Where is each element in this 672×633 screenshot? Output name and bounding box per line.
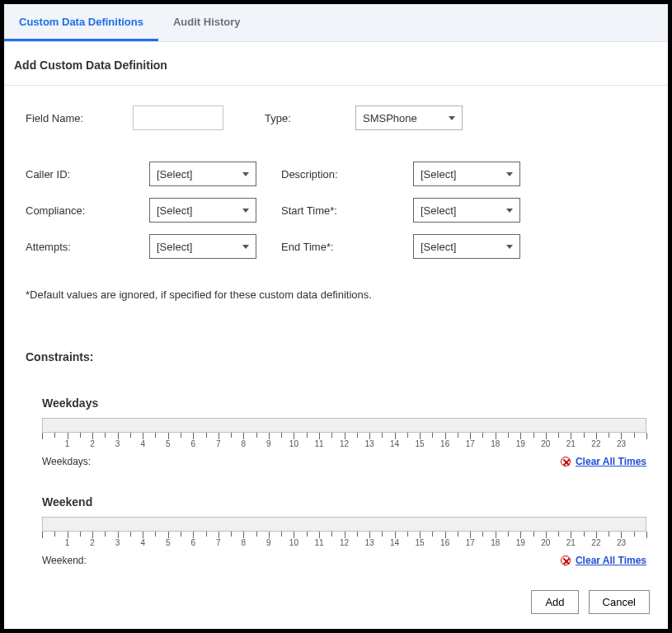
tick-label: 21 [566,538,576,547]
tick-label: 1 [65,538,70,547]
label-attempts: Attempts: [26,241,149,253]
label-caller-id: Caller ID: [26,168,149,181]
label-field-name: Field Name: [26,112,133,124]
section-title: Add Custom Data Definition [4,42,668,86]
cancel-button[interactable]: Cancel [589,590,650,614]
tab-audit-history[interactable]: Audit History [158,4,256,41]
tick-label: 15 [416,538,425,547]
tick-label: 9 [266,538,271,547]
input-field-name[interactable] [133,106,223,130]
chevron-down-icon [242,209,249,213]
select-compliance-value: [Select] [157,204,192,217]
tick-label: 12 [340,538,349,547]
tick-label: 20 [541,538,550,547]
tick-label: 23 [617,538,626,547]
chevron-down-icon [506,245,513,249]
note-default-values: *Default values are ignored, if specifie… [4,270,668,301]
tick-label: 13 [364,538,374,547]
tick-label: 2 [90,538,95,547]
tick-label: 10 [289,439,298,448]
clear-all-times-weekdays[interactable]: Clear All Times [576,456,646,467]
tick-label: 2 [90,439,95,448]
chevron-down-icon [506,172,513,176]
chevron-down-icon [506,209,513,213]
select-attempts-value: [Select] [157,241,192,253]
tick-label: 14 [390,538,399,547]
select-end-time[interactable]: [Select] [413,234,520,259]
tick-label: 4 [140,439,145,448]
constraint-weekend-footer-label: Weekend: [42,555,87,566]
select-start-time-value: [Select] [421,204,456,217]
tick-label: 15 [416,439,425,448]
select-caller-id[interactable]: [Select] [149,162,256,186]
tick-label: 6 [190,538,195,547]
clear-icon [561,556,571,565]
label-type: Type: [265,112,355,124]
select-description-value: [Select] [421,168,456,181]
tick-label: 16 [440,538,449,547]
tick-label: 5 [166,439,171,448]
add-button[interactable]: Add [531,590,578,614]
select-description[interactable]: [Select] [413,162,520,186]
tab-custom-data-definitions[interactable]: Custom Data Definitions [4,4,158,41]
select-type-value: SMSPhone [363,112,417,124]
tick-label: 19 [516,538,525,547]
tick-label: 17 [466,439,475,448]
label-compliance: Compliance: [26,204,149,217]
tick-label: 3 [115,439,120,448]
constraint-weekdays: Weekdays 1234567891011121314151617181920… [4,368,668,467]
chevron-down-icon [449,116,455,120]
tick-label: 6 [190,439,195,448]
tick-label: 16 [440,439,449,448]
select-type[interactable]: SMSPhone [355,106,463,130]
tab-bar: Custom Data Definitions Audit History [4,4,668,42]
constraint-weekdays-footer-label: Weekdays: [42,456,91,467]
constraint-weekend-heading: Weekend [42,495,646,509]
tick-label: 17 [466,538,475,547]
tick-label: 22 [591,538,600,547]
tick-label: 21 [566,439,576,448]
timeline-weekend[interactable] [42,517,646,532]
select-compliance[interactable]: [Select] [149,198,256,223]
tick-label: 14 [390,439,399,448]
tick-label: 20 [541,439,550,448]
tick-label: 11 [314,439,323,448]
tick-label: 3 [115,538,120,547]
label-description: Description: [281,168,372,181]
timeline-weekdays[interactable] [42,418,646,433]
select-start-time[interactable]: [Select] [413,198,520,223]
timeline-weekend-ticks: 1234567891011121314151617181920212223 [42,532,646,550]
tick-label: 19 [516,439,525,448]
label-end-time: End Time*: [281,241,372,253]
timeline-weekdays-ticks: 1234567891011121314151617181920212223 [42,433,646,451]
clear-all-times-weekend[interactable]: Clear All Times [576,555,646,566]
tick-label: 18 [491,538,500,547]
chevron-down-icon [242,172,249,176]
tick-label: 5 [166,538,171,547]
label-start-time: Start Time*: [281,204,372,217]
tick-label: 23 [617,439,626,448]
tick-label: 1 [65,439,70,448]
constraint-weekdays-heading: Weekdays [42,396,646,410]
tick-label: 7 [216,439,221,448]
constraint-weekend: Weekend 12345678910111213141516171819202… [4,467,668,566]
select-attempts[interactable]: [Select] [149,234,256,259]
tick-label: 13 [364,439,374,448]
clear-icon [561,457,571,467]
tick-label: 10 [289,538,298,547]
select-caller-id-value: [Select] [157,168,192,181]
tick-label: 9 [266,439,271,448]
select-end-time-value: [Select] [421,241,456,253]
form-area: Field Name: Type: SMSPhone Caller ID: [S… [4,86,668,259]
tick-label: 8 [242,538,247,547]
tick-label: 8 [242,439,247,448]
tick-label: 4 [140,538,145,547]
tick-label: 18 [491,439,500,448]
tick-label: 7 [216,538,221,547]
chevron-down-icon [242,245,249,249]
app-frame: Custom Data Definitions Audit History Ad… [0,0,672,633]
tick-label: 11 [314,538,323,547]
tick-label: 12 [340,439,349,448]
tick-label: 22 [591,439,600,448]
constraints-title: Constraints: [4,301,668,368]
